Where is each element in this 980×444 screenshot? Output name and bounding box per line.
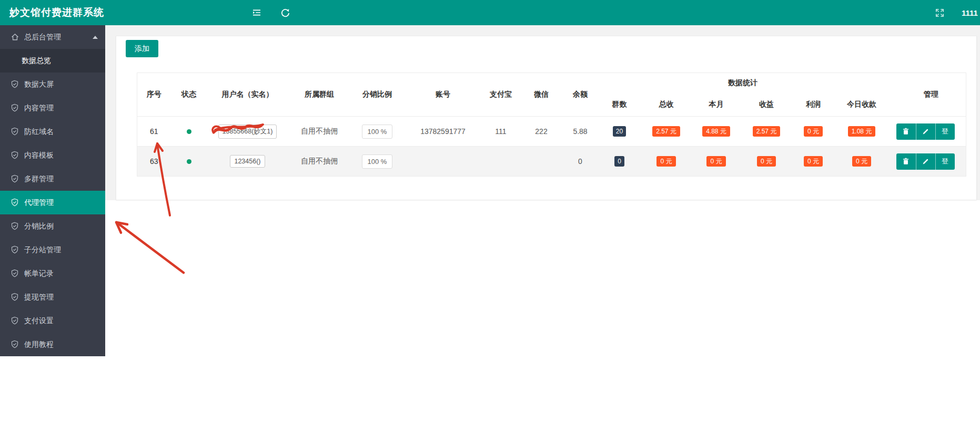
shield-icon <box>11 151 19 160</box>
today-income-badge: 0 元 <box>852 156 871 167</box>
table-row: 63 123456() 自用不抽佣 100 % 0 0 0 元 0 元 <box>137 147 966 177</box>
username-field[interactable]: 123456() <box>230 155 265 168</box>
sidebar-toggle-icon[interactable] <box>247 0 266 25</box>
shield-icon <box>11 316 19 325</box>
sidebar-item-antired-domain[interactable]: 防红域名 <box>0 120 105 143</box>
cell-income: 0 元 <box>742 147 792 177</box>
col-total-income: 总收 <box>642 93 691 117</box>
earnings-badge: 2.57 元 <box>753 126 781 137</box>
earnings-badge: 0 元 <box>757 156 776 167</box>
groups-badge: 0 <box>614 156 624 167</box>
groups-badge: 20 <box>613 126 626 137</box>
profit-badge: 0 元 <box>804 126 823 137</box>
cell-income: 2.57 元 <box>742 117 792 147</box>
col-today-income: 今日收款 <box>835 93 888 117</box>
sidebar-item-multi-group[interactable]: 多群管理 <box>0 167 105 191</box>
shield-icon <box>11 222 19 231</box>
shield-icon <box>11 245 19 254</box>
cell-month: 4.88 元 <box>691 117 742 147</box>
trash-icon <box>902 128 910 135</box>
col-earnings: 收益 <box>742 93 792 117</box>
fullscreen-icon[interactable] <box>930 0 949 25</box>
total-income-badge: 2.57 元 <box>652 126 680 137</box>
shield-icon <box>11 198 19 207</box>
agents-card: 添加 序号 状态 用户名（实名） 所属群组 <box>116 36 977 200</box>
delete-button[interactable] <box>896 123 916 140</box>
col-group: 所属群组 <box>288 73 351 117</box>
sidebar-section-main-admin[interactable]: 总后台管理 <box>0 25 105 49</box>
delete-button[interactable] <box>896 153 916 170</box>
main-content: 添加 序号 状态 用户名（实名） 所属群组 <box>105 25 980 200</box>
sidebar-item-content-mgmt[interactable]: 内容管理 <box>0 96 105 120</box>
pencil-icon <box>922 158 929 165</box>
cell-account: 13782591777 <box>404 117 482 147</box>
home-icon <box>11 33 19 42</box>
cell-balance: 0 <box>563 147 598 177</box>
cell-status <box>171 147 207 177</box>
col-username: 用户名（实名） <box>207 73 288 117</box>
sidebar: 总后台管理 数据总览 数据大屏 内容管理 防红域名 内容模板 多群管理 代理 <box>0 25 105 356</box>
login-button[interactable]: 登 <box>935 153 955 170</box>
cell-groups: 0 <box>598 147 642 177</box>
login-button[interactable]: 登 <box>935 123 955 140</box>
cell-username: 123456() <box>207 147 288 177</box>
sidebar-item-substation-mgmt[interactable]: 子分站管理 <box>0 238 105 262</box>
cell-today: 1.08 元 <box>835 117 888 147</box>
app-title: 妙文馆付费进群系统 <box>0 6 137 19</box>
cell-manage: 登 <box>888 117 966 147</box>
sidebar-item-data-overview[interactable]: 数据总览 <box>0 49 105 73</box>
profit-badge: 0 元 <box>804 156 823 167</box>
col-ratio: 分销比例 <box>351 73 404 117</box>
edit-button[interactable] <box>916 123 935 140</box>
sidebar-item-payment-settings[interactable]: 支付设置 <box>0 309 105 333</box>
cell-wechat <box>520 147 563 177</box>
ratio-field[interactable]: 100 % <box>362 125 393 139</box>
col-groups-count: 群数 <box>598 93 642 117</box>
cell-group: 自用不抽佣 <box>288 147 351 177</box>
caret-up-icon <box>93 36 98 39</box>
col-account: 账号 <box>404 73 482 117</box>
cell-seq: 63 <box>137 147 171 177</box>
sidebar-item-data-screen[interactable]: 数据大屏 <box>0 73 105 96</box>
sidebar-item-tutorial[interactable]: 使用教程 <box>0 333 105 356</box>
cell-alipay <box>482 147 520 177</box>
sidebar-section-label: 总后台管理 <box>24 33 61 42</box>
cell-balance: 5.88 <box>563 117 598 147</box>
cell-wechat: 222 <box>520 117 563 147</box>
col-month-income: 本月 <box>691 93 742 117</box>
col-status: 状态 <box>171 73 207 117</box>
edit-button[interactable] <box>916 153 935 170</box>
refresh-icon[interactable] <box>276 0 295 25</box>
table-row: 61 13855668(妙文1) 自用不抽佣 100 % 13782591777… <box>137 117 966 147</box>
current-user[interactable]: 1111 <box>962 0 978 25</box>
cell-manage: 登 <box>888 147 966 177</box>
cell-account <box>404 147 482 177</box>
cell-ratio: 100 % <box>351 117 404 147</box>
shield-icon <box>11 293 19 302</box>
ratio-field[interactable]: 100 % <box>362 154 393 169</box>
cell-today: 0 元 <box>835 147 888 177</box>
cell-seq: 61 <box>137 117 171 147</box>
shield-icon <box>11 340 19 349</box>
cell-username: 13855668(妙文1) <box>207 117 288 147</box>
sidebar-item-withdrawal-mgmt[interactable]: 提现管理 <box>0 285 105 309</box>
cell-group: 自用不抽佣 <box>288 117 351 147</box>
agents-table: 序号 状态 用户名（实名） 所属群组 分销比例 账号 支付宝 微信 余额 数据统… <box>137 73 966 177</box>
add-button[interactable]: 添加 <box>126 40 158 57</box>
sidebar-item-billing-records[interactable]: 帐单记录 <box>0 262 105 285</box>
top-bar: 妙文馆付费进群系统 1111 <box>0 0 980 25</box>
username-field[interactable]: 13855668(妙文1) <box>218 125 277 139</box>
cell-total: 2.57 元 <box>642 117 691 147</box>
sidebar-item-distribution-ratio[interactable]: 分销比例 <box>0 214 105 238</box>
cell-profit: 0 元 <box>792 147 835 177</box>
shield-icon <box>11 80 19 89</box>
cell-status <box>171 117 207 147</box>
pencil-icon <box>922 128 929 135</box>
col-manage: 管理 <box>888 73 966 117</box>
sidebar-item-content-template[interactable]: 内容模板 <box>0 143 105 167</box>
shield-icon <box>11 127 19 136</box>
sidebar-item-agent-mgmt[interactable]: 代理管理 <box>0 191 105 214</box>
cell-month: 0 元 <box>691 147 742 177</box>
col-wechat: 微信 <box>520 73 563 117</box>
col-profit: 利润 <box>792 93 835 117</box>
